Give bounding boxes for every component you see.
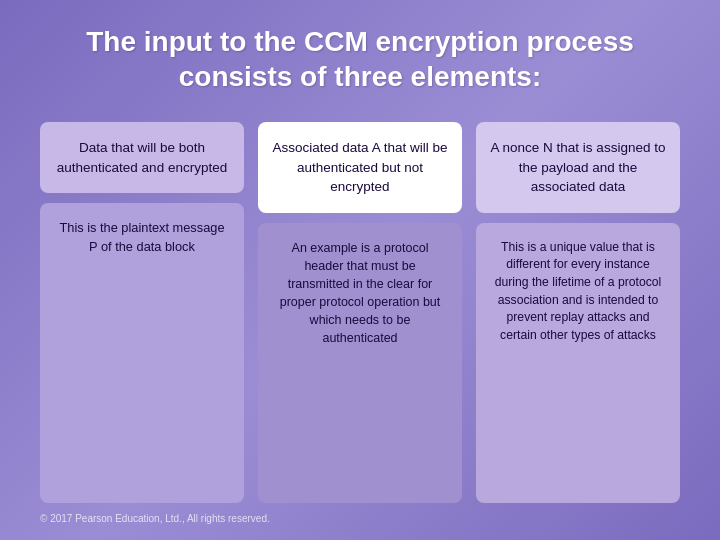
col2-bottom-card: An example is a protocol header that mus…	[258, 223, 462, 503]
col3-top-card: A nonce N that is assigned to the payloa…	[476, 122, 680, 213]
col3-top-text: A nonce N that is assigned to the payloa…	[491, 140, 666, 194]
col3-bottom-text: This is a unique value that is different…	[495, 240, 662, 342]
col1-top-text: Data that will be both authenticated and…	[57, 140, 227, 175]
col3-bottom-card: This is a unique value that is different…	[476, 223, 680, 503]
col2-top-card: Associated data A that will be authentic…	[258, 122, 462, 213]
slide: The input to the CCM encryption process …	[0, 0, 720, 540]
col2: Associated data A that will be authentic…	[258, 122, 462, 503]
col1-bottom-card: This is the plaintext message P of the d…	[40, 203, 244, 503]
slide-title: The input to the CCM encryption process …	[86, 24, 634, 94]
cards-row: Data that will be both authenticated and…	[40, 122, 680, 503]
footer: © 2017 Pearson Education, Ltd., All righ…	[40, 513, 680, 524]
col2-top-text: Associated data A that will be authentic…	[273, 140, 448, 194]
col3: A nonce N that is assigned to the payloa…	[476, 122, 680, 503]
col1: Data that will be both authenticated and…	[40, 122, 244, 503]
col2-bottom-text: An example is a protocol header that mus…	[280, 241, 441, 346]
col1-top-card: Data that will be both authenticated and…	[40, 122, 244, 193]
col1-bottom-text: This is the plaintext message P of the d…	[59, 220, 224, 254]
